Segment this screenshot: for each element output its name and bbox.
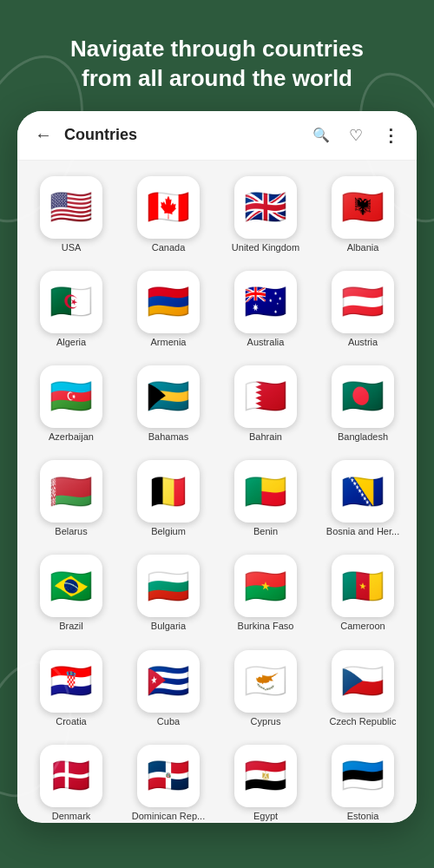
header-section: Navigate through countries from all arou… — [0, 0, 434, 111]
country-item[interactable]: 🇧🇪Belgium — [123, 455, 214, 542]
country-item[interactable]: 🇧🇫Burkina Faso — [220, 549, 311, 637]
country-name: Burkina Faso — [238, 621, 294, 632]
favorite-button[interactable] — [345, 125, 366, 146]
country-item[interactable]: 🇦🇲Armenia — [123, 266, 214, 353]
country-item[interactable]: 🇪🇬Egypt — [220, 740, 311, 822]
country-item[interactable]: 🇦🇺Australia — [220, 266, 311, 353]
country-name: Bosnia and Her... — [326, 526, 399, 537]
country-name: Brazil — [59, 621, 83, 632]
country-name: Canada — [152, 242, 186, 253]
flag-icon: 🇧🇾 — [40, 460, 102, 523]
flag-icon: 🇦🇲 — [137, 271, 200, 333]
country-item[interactable]: 🇩🇴Dominican Rep... — [123, 740, 214, 822]
flag-icon: 🇨🇺 — [137, 650, 200, 713]
country-item[interactable]: 🇧🇩Bangladesh — [318, 360, 408, 448]
flag-icon: 🇩🇴 — [137, 745, 200, 807]
country-item[interactable]: 🇩🇰Denmark — [26, 740, 116, 822]
country-item[interactable]: 🇦🇹Austria — [318, 266, 408, 353]
country-name: Cameroon — [340, 621, 385, 632]
country-name: Armenia — [151, 337, 187, 348]
country-name: USA — [62, 242, 82, 253]
country-name: Austria — [348, 337, 378, 348]
country-item[interactable]: 🇨🇲Cameroon — [318, 549, 408, 637]
flag-icon: 🇦🇺 — [234, 271, 297, 333]
country-item[interactable]: 🇦🇿Azerbaijan — [26, 360, 116, 448]
flag-icon: 🇧🇩 — [332, 365, 394, 428]
flag-icon: 🇧🇫 — [234, 555, 297, 617]
search-button[interactable] — [311, 125, 332, 146]
app-bar-left: Countries — [33, 125, 137, 146]
country-item[interactable]: 🇨🇦Canada — [123, 171, 214, 259]
country-name: Bahamas — [148, 431, 188, 443]
app-bar-title: Countries — [64, 126, 137, 144]
flag-icon: 🇧🇦 — [332, 460, 394, 523]
flag-icon: 🇬🇧 — [234, 176, 297, 239]
country-item[interactable]: 🇩🇿Algeria — [26, 266, 116, 353]
flag-icon: 🇧🇭 — [234, 365, 297, 428]
country-item[interactable]: 🇨🇺Cuba — [123, 645, 214, 733]
country-name: Belgium — [151, 526, 186, 537]
flag-icon: 🇧🇬 — [137, 555, 200, 617]
country-name: United Kingdom — [232, 242, 299, 253]
country-item[interactable]: 🇪🇪Estonia — [318, 740, 408, 822]
country-item[interactable]: 🇨🇾Cyprus — [220, 645, 311, 733]
flag-icon: 🇩🇰 — [40, 745, 102, 807]
country-name: Bahrain — [249, 431, 282, 443]
country-item[interactable]: 🇬🇧United Kingdom — [220, 171, 311, 259]
app-bar-icons — [311, 125, 401, 146]
flag-icon: 🇪🇪 — [332, 745, 394, 807]
country-name: Bangladesh — [338, 431, 388, 443]
country-name: Cyprus — [251, 716, 281, 727]
country-item[interactable]: 🇧🇦Bosnia and Her... — [318, 455, 408, 542]
flag-icon: 🇩🇿 — [40, 271, 102, 333]
country-name: Albania — [347, 242, 379, 253]
country-name: Estonia — [347, 811, 379, 822]
flag-icon: 🇨🇲 — [332, 555, 394, 617]
app-bar: Countries — [17, 111, 417, 161]
country-name: Denmark — [52, 811, 91, 822]
flag-icon: 🇪🇬 — [234, 745, 297, 807]
flag-icon: 🇨🇦 — [137, 176, 200, 239]
more-button[interactable] — [380, 125, 401, 146]
country-name: Belarus — [55, 526, 87, 537]
back-button[interactable] — [33, 125, 54, 146]
countries-grid: 🇺🇸USA🇨🇦Canada🇬🇧United Kingdom🇦🇱Albania🇩🇿… — [26, 171, 408, 822]
country-name: Egypt — [253, 811, 278, 822]
flag-icon: 🇦🇿 — [40, 365, 102, 428]
country-name: Croatia — [56, 716, 86, 727]
country-name: Benin — [253, 526, 278, 537]
flag-icon: 🇧🇪 — [137, 460, 200, 523]
countries-grid-container[interactable]: 🇺🇸USA🇨🇦Canada🇬🇧United Kingdom🇦🇱Albania🇩🇿… — [17, 161, 417, 822]
country-name: Cuba — [157, 716, 180, 727]
flag-icon: 🇦🇹 — [332, 271, 394, 333]
flag-icon: 🇧🇸 — [137, 365, 200, 428]
phone-frame: Countries 🇺🇸USA🇨🇦Canada🇬🇧United Kingdom🇦… — [17, 111, 417, 823]
country-item[interactable]: 🇧🇸Bahamas — [123, 360, 214, 448]
country-item[interactable]: 🇧🇾Belarus — [26, 455, 116, 542]
country-item[interactable]: 🇦🇱Albania — [318, 171, 408, 259]
flag-icon: 🇧🇯 — [234, 460, 297, 523]
header-title: Navigate through countries from all arou… — [0, 0, 434, 111]
country-name: Bulgaria — [151, 621, 186, 632]
country-name: Azerbaijan — [49, 431, 94, 443]
country-item[interactable]: 🇨🇿Czech Republic — [318, 645, 408, 733]
country-name: Algeria — [56, 337, 86, 348]
flag-icon: 🇦🇱 — [332, 176, 394, 239]
country-name: Dominican Rep... — [132, 811, 205, 822]
country-item[interactable]: 🇭🇷Croatia — [26, 645, 116, 733]
country-name: Australia — [247, 337, 285, 348]
country-item[interactable]: 🇧🇭Bahrain — [220, 360, 311, 448]
country-name: Czech Republic — [329, 716, 396, 727]
country-item[interactable]: 🇧🇬Bulgaria — [123, 549, 214, 637]
flag-icon: 🇭🇷 — [40, 650, 102, 713]
country-item[interactable]: 🇧🇷Brazil — [26, 549, 116, 637]
flag-icon: 🇧🇷 — [40, 555, 102, 617]
flag-icon: 🇺🇸 — [40, 176, 102, 239]
country-item[interactable]: 🇧🇯Benin — [220, 455, 311, 542]
flag-icon: 🇨🇾 — [234, 650, 297, 713]
flag-icon: 🇨🇿 — [332, 650, 394, 713]
country-item[interactable]: 🇺🇸USA — [26, 171, 116, 259]
